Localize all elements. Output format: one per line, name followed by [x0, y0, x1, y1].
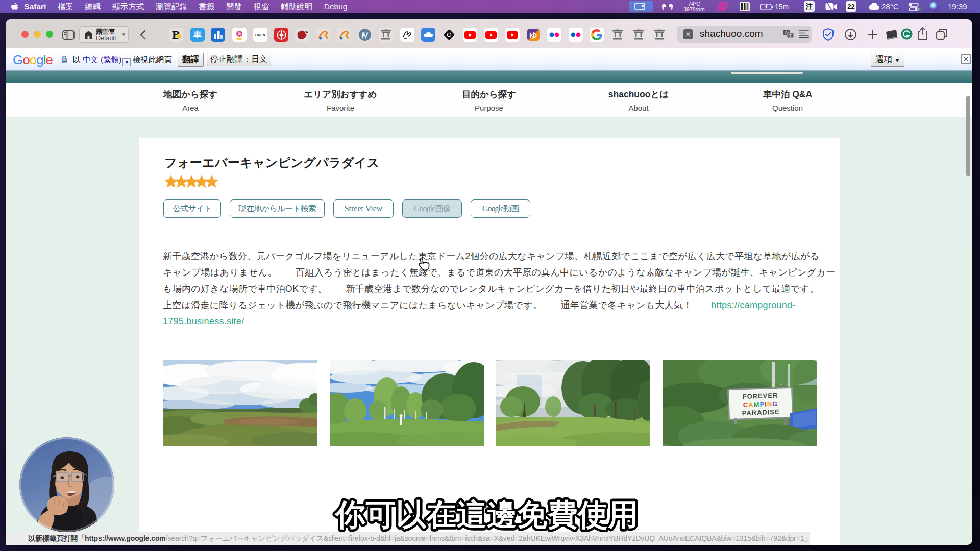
- svg-text:CAMPING: CAMPING: [743, 400, 778, 409]
- svg-text:ゆ: ゆ: [529, 31, 537, 39]
- svg-text:Google: Google: [13, 54, 53, 67]
- svg-text:FOREVER: FOREVER: [742, 392, 778, 400]
- svg-text:PARADISE: PARADISE: [742, 408, 780, 417]
- svg-text:你可以在這邊免費使用: 你可以在這邊免費使用: [334, 498, 639, 532]
- svg-text:文: 文: [788, 33, 793, 38]
